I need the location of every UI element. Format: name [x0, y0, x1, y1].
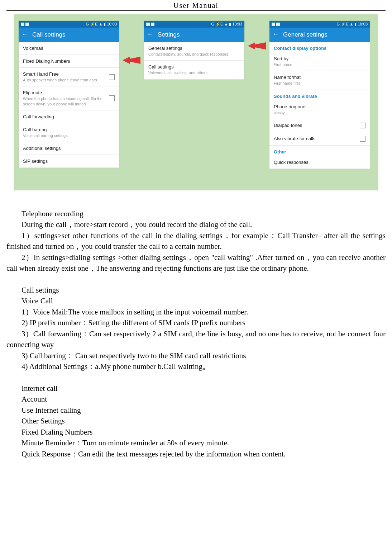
- paragraph: 1）settings>set other functions of the ca…: [6, 230, 386, 252]
- list-item[interactable]: Sort byFirst name: [269, 52, 370, 71]
- list-item[interactable]: General settingsContact display, sounds,…: [144, 42, 244, 61]
- paragraph: Internet call: [6, 383, 386, 394]
- back-arrow-icon[interactable]: [272, 32, 278, 38]
- document-body: Telephone recording During the call，more…: [6, 208, 386, 459]
- item-title: General settings: [148, 46, 228, 51]
- section-header: Sounds and vibrate: [269, 90, 370, 100]
- checkbox-icon[interactable]: [109, 95, 115, 101]
- section-header: Contact display options: [269, 42, 370, 52]
- item-title: Sort by: [274, 56, 292, 61]
- section-header: Other: [269, 146, 370, 156]
- paragraph: Minute Reminder：Turn on minute reminder …: [6, 437, 386, 448]
- paragraph: Quick Response：Can edit the text message…: [6, 449, 386, 459]
- item-sub: Auto speaker when phone leave from ears: [23, 77, 97, 82]
- paragraph: During the call，more>start record，you co…: [6, 219, 386, 230]
- item-title: Phone ringtone: [274, 104, 305, 109]
- paragraph: Other Settings: [6, 416, 386, 426]
- paragraph: Voice Call: [6, 295, 386, 306]
- paragraph: Fixed Dialing Numbers: [6, 427, 386, 437]
- paragraph: Call settings: [6, 285, 386, 295]
- paragraph: 2) IP prefix number：Setting the differen…: [6, 317, 386, 328]
- list-item[interactable]: Also vibrate for calls: [269, 132, 370, 146]
- svg-marker-0: [123, 57, 140, 64]
- paragraph: Account: [6, 394, 386, 404]
- app-bar-title: Settings: [158, 31, 180, 38]
- list-item[interactable]: Additional settings: [19, 142, 119, 155]
- red-arrow-icon: [248, 42, 266, 51]
- list-item[interactable]: Name formatFirst name first: [269, 71, 370, 90]
- back-arrow-icon[interactable]: [147, 32, 153, 38]
- list-item[interactable]: Call settingsVoicemail, call waiting, an…: [144, 61, 244, 79]
- status-bar: G ⚡E ▲ ▮ 10:03: [19, 21, 119, 28]
- paragraph: Telephone recording: [6, 208, 386, 219]
- item-title: Quick responses: [274, 160, 309, 165]
- paragraph: 1）Voice Mail:The voice mailbox in settin…: [6, 307, 386, 317]
- list-item[interactable]: Phone ringtoneclassy: [269, 100, 370, 119]
- status-icons: G ⚡E ▲ ▮: [86, 22, 106, 26]
- checkbox-icon[interactable]: [360, 136, 365, 142]
- item-title: Voicemail: [23, 46, 43, 51]
- screenshots-figure: G ⚡E ▲ ▮ 10:03 Call settings Voicemail F…: [14, 14, 378, 190]
- paragraph: 3）Call forwarding：Can set respectively 2…: [6, 328, 386, 350]
- status-time: 10:03: [358, 22, 368, 26]
- item-sub: First name: [274, 62, 292, 67]
- list-item[interactable]: Dialpad tones: [269, 119, 370, 132]
- back-arrow-icon[interactable]: [21, 32, 27, 38]
- app-bar: General settings: [269, 28, 370, 42]
- paragraph: 2）In settings>dialing settings >other di…: [6, 252, 386, 274]
- item-sub: First name first: [274, 81, 301, 86]
- item-sub: When the phone has an incoming call, fli…: [23, 96, 106, 106]
- status-bar: G ⚡E ▲ ▮ 10:03: [144, 21, 244, 28]
- app-bar: Settings: [144, 28, 244, 42]
- item-title: SIP settings: [23, 158, 48, 164]
- phone-screenshot-1: G ⚡E ▲ ▮ 10:03 Call settings Voicemail F…: [19, 21, 119, 168]
- item-title: Also vibrate for calls: [274, 136, 315, 141]
- item-title: Fixed Dialing Numbers: [23, 58, 70, 64]
- paragraph: 4) Additional Settings：a.My phone number…: [6, 361, 386, 372]
- phone-screenshot-3: G ⚡E ▲ ▮ 10:03 General settings Contact …: [269, 21, 370, 169]
- phone-screenshot-2: G ⚡E ▲ ▮ 10:03 Settings General settings…: [144, 21, 244, 80]
- page-header: User Manual: [6, 0, 386, 11]
- status-time: 10:03: [107, 22, 117, 26]
- list-item[interactable]: SIP settings: [19, 155, 119, 168]
- item-title: Name format: [274, 75, 301, 80]
- status-icons: G ⚡E ▲ ▮: [336, 22, 357, 26]
- status-icons: G ⚡E ▲ ▮: [211, 22, 231, 26]
- item-sub: Voice call barring settings: [23, 133, 68, 138]
- item-title: Additional settings: [23, 146, 61, 151]
- item-title: Flip mute: [23, 90, 106, 95]
- app-bar: Call settings: [19, 28, 119, 42]
- list-item[interactable]: Quick responses: [269, 156, 370, 169]
- item-sub: Contact display, sounds, and quick respo…: [148, 52, 228, 57]
- list-item[interactable]: Call barringVoice call barring settings: [19, 123, 119, 142]
- item-title: Call settings: [148, 64, 207, 70]
- list-item[interactable]: Smart Hand FreeAuto speaker when phone l…: [19, 68, 119, 86]
- status-bar: G ⚡E ▲ ▮ 10:03: [269, 21, 370, 28]
- red-arrow-icon: [123, 57, 140, 65]
- list-item[interactable]: Fixed Dialing Numbers: [19, 55, 119, 68]
- list-item[interactable]: Call forwarding: [19, 110, 119, 123]
- item-title: Dialpad tones: [274, 123, 302, 128]
- app-bar-title: General settings: [283, 31, 328, 38]
- list-item[interactable]: Voicemail: [19, 42, 119, 55]
- checkbox-icon[interactable]: [360, 123, 365, 128]
- item-title: Call barring: [23, 127, 68, 132]
- item-title: Call forwarding: [23, 114, 54, 119]
- svg-marker-1: [248, 42, 266, 49]
- item-sub: Voicemail, call waiting, and others: [148, 70, 207, 75]
- status-time: 10:03: [232, 22, 242, 26]
- item-title: Smart Hand Free: [23, 71, 97, 77]
- paragraph: Use Internet calling: [6, 405, 386, 416]
- checkbox-icon[interactable]: [109, 74, 115, 80]
- paragraph: 3) Call barring： Can set respectively tw…: [6, 350, 386, 361]
- item-sub: classy: [274, 110, 305, 115]
- list-item[interactable]: Flip muteWhen the phone has an incoming …: [19, 86, 119, 110]
- app-bar-title: Call settings: [32, 31, 66, 38]
